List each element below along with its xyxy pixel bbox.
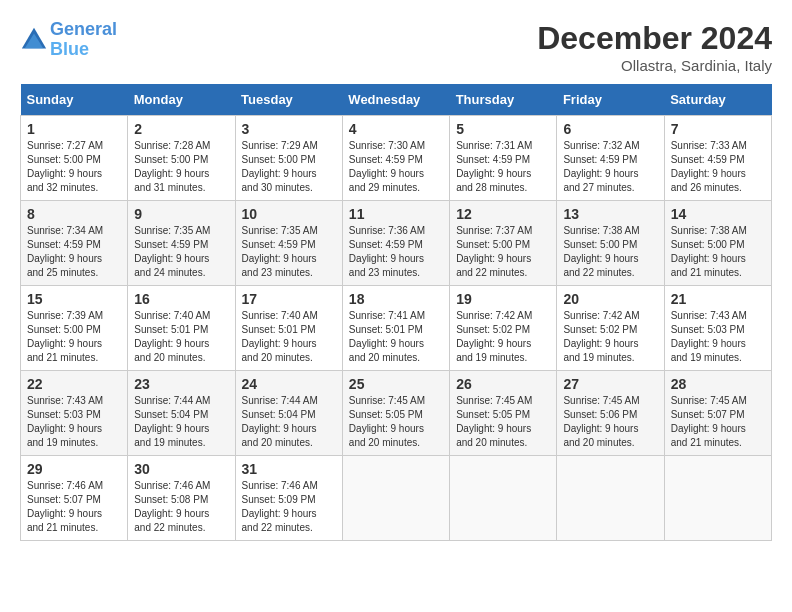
day-info: Sunrise: 7:42 AM Sunset: 5:02 PM Dayligh… [456,309,550,365]
calendar-cell: 3Sunrise: 7:29 AM Sunset: 5:00 PM Daylig… [235,116,342,201]
calendar-cell: 21Sunrise: 7:43 AM Sunset: 5:03 PM Dayli… [664,286,771,371]
day-number: 12 [456,206,550,222]
calendar-cell: 1Sunrise: 7:27 AM Sunset: 5:00 PM Daylig… [21,116,128,201]
logo-icon [20,26,48,54]
day-number: 31 [242,461,336,477]
day-number: 22 [27,376,121,392]
day-number: 26 [456,376,550,392]
day-number: 1 [27,121,121,137]
calendar-table: SundayMondayTuesdayWednesdayThursdayFrid… [20,84,772,541]
day-number: 24 [242,376,336,392]
calendar-cell: 15Sunrise: 7:39 AM Sunset: 5:00 PM Dayli… [21,286,128,371]
calendar-cell: 11Sunrise: 7:36 AM Sunset: 4:59 PM Dayli… [342,201,449,286]
calendar-cell: 13Sunrise: 7:38 AM Sunset: 5:00 PM Dayli… [557,201,664,286]
day-info: Sunrise: 7:37 AM Sunset: 5:00 PM Dayligh… [456,224,550,280]
column-header-wednesday: Wednesday [342,84,449,116]
calendar-cell: 5Sunrise: 7:31 AM Sunset: 4:59 PM Daylig… [450,116,557,201]
calendar-header-row: SundayMondayTuesdayWednesdayThursdayFrid… [21,84,772,116]
calendar-cell [557,456,664,541]
day-info: Sunrise: 7:35 AM Sunset: 4:59 PM Dayligh… [242,224,336,280]
calendar-week-3: 15Sunrise: 7:39 AM Sunset: 5:00 PM Dayli… [21,286,772,371]
day-number: 30 [134,461,228,477]
day-info: Sunrise: 7:27 AM Sunset: 5:00 PM Dayligh… [27,139,121,195]
day-number: 8 [27,206,121,222]
calendar-cell: 28Sunrise: 7:45 AM Sunset: 5:07 PM Dayli… [664,371,771,456]
day-info: Sunrise: 7:42 AM Sunset: 5:02 PM Dayligh… [563,309,657,365]
calendar-cell: 12Sunrise: 7:37 AM Sunset: 5:00 PM Dayli… [450,201,557,286]
day-number: 5 [456,121,550,137]
title-block: December 2024 Ollastra, Sardinia, Italy [537,20,772,74]
calendar-cell [664,456,771,541]
day-number: 9 [134,206,228,222]
day-number: 7 [671,121,765,137]
day-number: 20 [563,291,657,307]
calendar-cell [450,456,557,541]
calendar-cell: 23Sunrise: 7:44 AM Sunset: 5:04 PM Dayli… [128,371,235,456]
calendar-cell: 17Sunrise: 7:40 AM Sunset: 5:01 PM Dayli… [235,286,342,371]
day-number: 13 [563,206,657,222]
day-info: Sunrise: 7:28 AM Sunset: 5:00 PM Dayligh… [134,139,228,195]
day-info: Sunrise: 7:35 AM Sunset: 4:59 PM Dayligh… [134,224,228,280]
calendar-cell: 18Sunrise: 7:41 AM Sunset: 5:01 PM Dayli… [342,286,449,371]
day-number: 19 [456,291,550,307]
calendar-cell: 22Sunrise: 7:43 AM Sunset: 5:03 PM Dayli… [21,371,128,456]
day-number: 10 [242,206,336,222]
calendar-cell: 4Sunrise: 7:30 AM Sunset: 4:59 PM Daylig… [342,116,449,201]
calendar-cell: 10Sunrise: 7:35 AM Sunset: 4:59 PM Dayli… [235,201,342,286]
day-number: 6 [563,121,657,137]
day-info: Sunrise: 7:45 AM Sunset: 5:05 PM Dayligh… [349,394,443,450]
day-info: Sunrise: 7:39 AM Sunset: 5:00 PM Dayligh… [27,309,121,365]
calendar-cell: 29Sunrise: 7:46 AM Sunset: 5:07 PM Dayli… [21,456,128,541]
day-number: 21 [671,291,765,307]
calendar-cell: 20Sunrise: 7:42 AM Sunset: 5:02 PM Dayli… [557,286,664,371]
location: Ollastra, Sardinia, Italy [537,57,772,74]
column-header-monday: Monday [128,84,235,116]
calendar-cell [342,456,449,541]
day-info: Sunrise: 7:46 AM Sunset: 5:09 PM Dayligh… [242,479,336,535]
calendar-body: 1Sunrise: 7:27 AM Sunset: 5:00 PM Daylig… [21,116,772,541]
day-number: 11 [349,206,443,222]
day-info: Sunrise: 7:33 AM Sunset: 4:59 PM Dayligh… [671,139,765,195]
column-header-friday: Friday [557,84,664,116]
calendar-cell: 8Sunrise: 7:34 AM Sunset: 4:59 PM Daylig… [21,201,128,286]
calendar-cell: 6Sunrise: 7:32 AM Sunset: 4:59 PM Daylig… [557,116,664,201]
day-info: Sunrise: 7:44 AM Sunset: 5:04 PM Dayligh… [242,394,336,450]
day-number: 18 [349,291,443,307]
day-info: Sunrise: 7:38 AM Sunset: 5:00 PM Dayligh… [671,224,765,280]
day-number: 17 [242,291,336,307]
day-number: 28 [671,376,765,392]
column-header-tuesday: Tuesday [235,84,342,116]
day-info: Sunrise: 7:43 AM Sunset: 5:03 PM Dayligh… [671,309,765,365]
logo: GeneralBlue [20,20,117,60]
day-info: Sunrise: 7:45 AM Sunset: 5:05 PM Dayligh… [456,394,550,450]
day-number: 14 [671,206,765,222]
calendar-cell: 2Sunrise: 7:28 AM Sunset: 5:00 PM Daylig… [128,116,235,201]
day-number: 23 [134,376,228,392]
day-info: Sunrise: 7:44 AM Sunset: 5:04 PM Dayligh… [134,394,228,450]
day-info: Sunrise: 7:38 AM Sunset: 5:00 PM Dayligh… [563,224,657,280]
calendar-cell: 19Sunrise: 7:42 AM Sunset: 5:02 PM Dayli… [450,286,557,371]
calendar-cell: 30Sunrise: 7:46 AM Sunset: 5:08 PM Dayli… [128,456,235,541]
day-info: Sunrise: 7:40 AM Sunset: 5:01 PM Dayligh… [242,309,336,365]
day-number: 2 [134,121,228,137]
calendar-cell: 25Sunrise: 7:45 AM Sunset: 5:05 PM Dayli… [342,371,449,456]
calendar-week-4: 22Sunrise: 7:43 AM Sunset: 5:03 PM Dayli… [21,371,772,456]
day-info: Sunrise: 7:46 AM Sunset: 5:07 PM Dayligh… [27,479,121,535]
day-info: Sunrise: 7:40 AM Sunset: 5:01 PM Dayligh… [134,309,228,365]
calendar-cell: 27Sunrise: 7:45 AM Sunset: 5:06 PM Dayli… [557,371,664,456]
day-info: Sunrise: 7:45 AM Sunset: 5:07 PM Dayligh… [671,394,765,450]
page-header: GeneralBlue December 2024 Ollastra, Sard… [20,20,772,74]
day-info: Sunrise: 7:36 AM Sunset: 4:59 PM Dayligh… [349,224,443,280]
day-info: Sunrise: 7:30 AM Sunset: 4:59 PM Dayligh… [349,139,443,195]
day-info: Sunrise: 7:43 AM Sunset: 5:03 PM Dayligh… [27,394,121,450]
calendar-cell: 31Sunrise: 7:46 AM Sunset: 5:09 PM Dayli… [235,456,342,541]
day-number: 29 [27,461,121,477]
calendar-week-5: 29Sunrise: 7:46 AM Sunset: 5:07 PM Dayli… [21,456,772,541]
day-info: Sunrise: 7:46 AM Sunset: 5:08 PM Dayligh… [134,479,228,535]
day-info: Sunrise: 7:41 AM Sunset: 5:01 PM Dayligh… [349,309,443,365]
column-header-thursday: Thursday [450,84,557,116]
calendar-cell: 24Sunrise: 7:44 AM Sunset: 5:04 PM Dayli… [235,371,342,456]
calendar-week-1: 1Sunrise: 7:27 AM Sunset: 5:00 PM Daylig… [21,116,772,201]
day-number: 15 [27,291,121,307]
day-info: Sunrise: 7:31 AM Sunset: 4:59 PM Dayligh… [456,139,550,195]
